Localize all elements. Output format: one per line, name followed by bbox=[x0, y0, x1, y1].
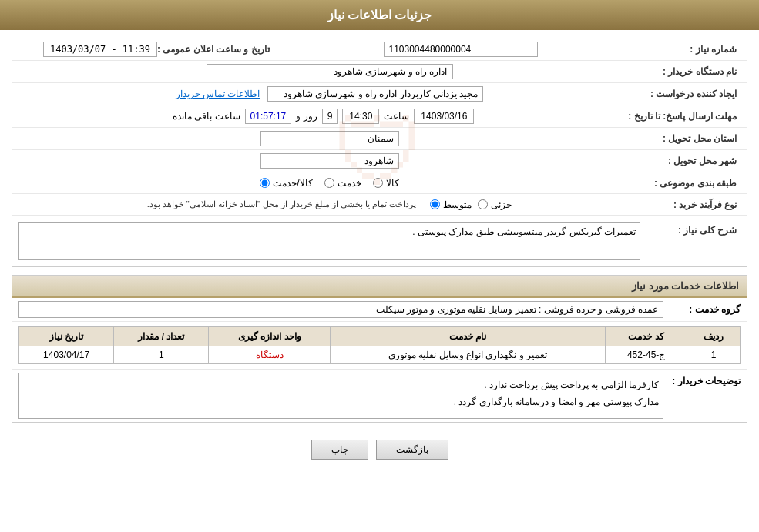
creator-input[interactable] bbox=[267, 86, 483, 102]
buyer-desc-line2: مدارک پیوستی مهر و امضا و درسامانه بارگذ… bbox=[23, 394, 659, 411]
cell-row-num: 1 bbox=[687, 346, 741, 364]
category-radio-kala-khedmat[interactable] bbox=[260, 178, 270, 188]
services-title-text: اطلاعات خدمات مورد نیاز bbox=[632, 280, 739, 292]
category-label: طبقه بندی موضوعی : bbox=[640, 178, 741, 189]
province-row: استان محل تحویل : bbox=[12, 128, 747, 150]
creator-label: ایجاد کننده درخواست : bbox=[640, 89, 741, 99]
services-table: ردیف کد خدمت نام خدمت واحد اندازه گیری ت… bbox=[18, 326, 741, 364]
process-motavasset-label: متوسط bbox=[443, 199, 472, 210]
category-kala-label: کالا bbox=[386, 178, 399, 189]
print-button[interactable]: چاپ bbox=[311, 440, 368, 460]
category-radio-khedmat[interactable] bbox=[324, 178, 334, 188]
province-label: استان محل تحویل : bbox=[640, 133, 741, 144]
process-value-cell: جزئی متوسط پرداخت تمام یا بخشی از مبلغ خ… bbox=[18, 199, 640, 210]
back-button[interactable]: بازگشت bbox=[376, 440, 448, 460]
services-section: اطلاعات خدمات مورد نیاز گروه خدمت : عمده… bbox=[12, 275, 747, 423]
creator-value-cell: اطلاعات تماس خریدار bbox=[18, 86, 640, 102]
info-section: 🛡 شماره نیاز : تاریخ و ساعت اعلان عمومی … bbox=[12, 38, 747, 267]
category-radio-kala[interactable] bbox=[373, 178, 383, 188]
category-kala-khedmat-label: کالا/خدمت bbox=[273, 178, 312, 189]
buyer-org-label: نام دستگاه خریدار : bbox=[640, 66, 741, 77]
cell-date: 1403/04/17 bbox=[19, 346, 114, 364]
city-value-cell bbox=[18, 153, 640, 169]
col-header-unit: واحد اندازه گیری bbox=[209, 327, 331, 346]
category-option-kala[interactable]: کالا bbox=[373, 178, 399, 189]
process-jozii-label: جزئی bbox=[491, 199, 512, 210]
table-header-row: ردیف کد خدمت نام خدمت واحد اندازه گیری ت… bbox=[19, 327, 741, 346]
need-number-input[interactable] bbox=[384, 42, 538, 57]
buyer-org-row: نام دستگاه خریدار : bbox=[12, 61, 747, 83]
cell-service-name: تعمیر و نگهداری انواع وسایل نقلیه موتوری bbox=[331, 346, 606, 364]
announce-value: 1403/03/07 - 11:39 bbox=[43, 42, 157, 57]
group-service-value: عمده فروشی و خرده فروشی : تعمیر وسایل نق… bbox=[18, 301, 663, 318]
col-header-row: ردیف bbox=[687, 327, 741, 346]
deadline-label: مهلت ارسال پاسخ: تا تاریخ : bbox=[628, 111, 741, 122]
col-header-service: نام خدمت bbox=[331, 327, 606, 346]
process-radio-jozii[interactable] bbox=[478, 199, 488, 209]
category-options: کالا خدمت کالا/خدمت bbox=[18, 178, 640, 189]
announce-label: تاریخ و ساعت اعلان عمومی : bbox=[157, 44, 280, 55]
buyer-org-input[interactable] bbox=[207, 64, 453, 79]
col-header-date: تاریخ نیاز bbox=[19, 327, 114, 346]
need-number-label: شماره نیاز : bbox=[640, 44, 741, 55]
province-input[interactable] bbox=[260, 131, 399, 146]
cell-quantity: 1 bbox=[114, 346, 209, 364]
buyer-org-value-cell bbox=[18, 64, 640, 79]
page-title: جزئیات اطلاعات نیاز bbox=[327, 8, 432, 22]
description-text: تعمیرات گیربکس گریدر میتسوبیشی طبق مدارک… bbox=[412, 226, 636, 237]
buyer-desc-row: توضیحات خریدار : کارفرما الزامی به پرداخ… bbox=[12, 369, 747, 422]
col-header-qty: تعداد / مقدار bbox=[114, 327, 209, 346]
need-number-value-cell bbox=[280, 42, 640, 57]
description-row: شرح کلی نیاز : تعمیرات گیربکس گریدر میتس… bbox=[12, 216, 747, 266]
deadline-remaining: 01:57:17 bbox=[245, 109, 292, 124]
creator-row: ایجاد کننده درخواست : اطلاعات تماس خریدا… bbox=[12, 83, 747, 105]
deadline-value-cell: 1403/03/16 ساعت 14:30 9 روز و 01:57:17 س… bbox=[18, 109, 628, 124]
description-label: شرح کلی نیاز : bbox=[640, 222, 741, 236]
description-value-cell: تعمیرات گیربکس گریدر میتسوبیشی طبق مدارک… bbox=[18, 222, 640, 260]
deadline-date: 1403/03/16 bbox=[414, 109, 474, 124]
group-service-label: گروه خدمت : bbox=[663, 304, 741, 315]
city-row: شهر محل تحویل : bbox=[12, 150, 747, 172]
city-input[interactable] bbox=[260, 153, 399, 169]
process-label: نوع فرآیند خرید : bbox=[640, 199, 741, 210]
process-row: نوع فرآیند خرید : جزئی متوسط پرداخت تمام… bbox=[12, 194, 747, 216]
category-option-kala-khedmat[interactable]: کالا/خدمت bbox=[260, 178, 312, 189]
category-option-khedmat[interactable]: خدمت bbox=[324, 178, 361, 189]
process-option-jozii[interactable]: جزئی bbox=[478, 199, 512, 210]
deadline-remaining-label: ساعت باقی مانده bbox=[173, 111, 240, 122]
page-header: جزئیات اطلاعات نیاز bbox=[0, 0, 759, 30]
cell-code: ج-45-452 bbox=[606, 346, 687, 364]
province-value-cell bbox=[18, 131, 640, 146]
page-wrapper: جزئیات اطلاعات نیاز 🛡 شماره نیاز : تاریخ… bbox=[0, 0, 759, 532]
city-label: شهر محل تحویل : bbox=[640, 156, 741, 166]
buyer-desc-box: کارفرما الزامی به پرداخت پیش برداخت ندار… bbox=[18, 373, 663, 419]
deadline-time: 14:30 bbox=[342, 109, 379, 124]
col-header-code: کد خدمت bbox=[606, 327, 687, 346]
process-radio-motavasset[interactable] bbox=[430, 199, 440, 209]
services-section-title: اطلاعات خدمات مورد نیاز bbox=[12, 276, 747, 298]
deadline-days-label: روز و bbox=[296, 111, 317, 122]
category-row: طبقه بندی موضوعی : کالا خدمت کالا/خدمت bbox=[12, 172, 747, 194]
buyer-desc-label: توضیحات خریدار : bbox=[663, 373, 741, 386]
deadline-time-label: ساعت bbox=[384, 111, 409, 122]
table-row: 1 ج-45-452 تعمیر و نگهداری انواع وسایل ن… bbox=[19, 346, 741, 364]
deadline-days: 9 bbox=[322, 109, 338, 124]
buyer-desc-line1: کارفرما الزامی به پرداخت پیش برداخت ندار… bbox=[23, 377, 659, 394]
category-khedmat-label: خدمت bbox=[338, 178, 361, 189]
need-number-row: شماره نیاز : تاریخ و ساعت اعلان عمومی : … bbox=[12, 38, 747, 61]
services-table-wrapper: ردیف کد خدمت نام خدمت واحد اندازه گیری ت… bbox=[12, 322, 747, 369]
main-content: 🛡 شماره نیاز : تاریخ و ساعت اعلان عمومی … bbox=[0, 30, 759, 477]
deadline-row: مهلت ارسال پاسخ: تا تاریخ : 1403/03/16 س… bbox=[12, 105, 747, 128]
contact-link[interactable]: اطلاعات تماس خریدار bbox=[176, 89, 260, 99]
description-box: تعمیرات گیربکس گریدر میتسوبیشی طبق مدارک… bbox=[18, 222, 640, 260]
cell-unit: دستگاه bbox=[209, 346, 331, 364]
process-note: پرداخت تمام یا بخشی از مبلغ خریدار از مح… bbox=[147, 199, 417, 209]
group-service-row: گروه خدمت : عمده فروشی و خرده فروشی : تع… bbox=[12, 298, 747, 322]
announce-value-cell: 1403/03/07 - 11:39 bbox=[18, 42, 157, 57]
process-option-motavasset[interactable]: متوسط bbox=[430, 199, 472, 210]
button-row: بازگشت چاپ bbox=[12, 430, 747, 469]
